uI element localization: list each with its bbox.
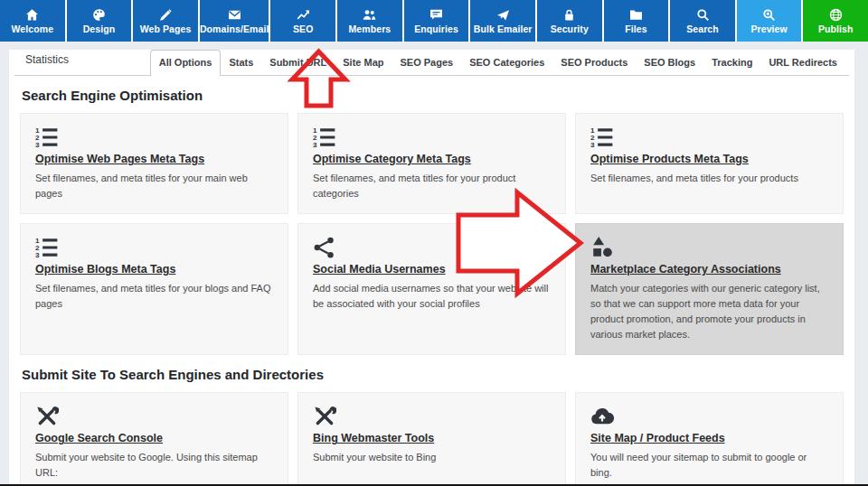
nav-publish[interactable]: Publish bbox=[803, 0, 868, 42]
nav-label: Bulk Emailer bbox=[474, 23, 533, 34]
nav-welcome[interactable]: Welcome bbox=[0, 0, 65, 42]
card-social-media-usernames[interactable]: Social Media Usernames Add social media … bbox=[297, 223, 566, 355]
card-link[interactable]: Site Map / Product Feeds bbox=[590, 432, 725, 444]
tab-tracking[interactable]: Tracking bbox=[703, 51, 760, 75]
nav-label: Design bbox=[83, 23, 116, 34]
card-optimise-web-pages[interactable]: 123 Optimise Web Pages Meta Tags Set fil… bbox=[20, 113, 288, 214]
svg-text:3: 3 bbox=[35, 251, 40, 259]
palette-icon bbox=[92, 8, 106, 22]
nav-label: SEO bbox=[293, 23, 313, 34]
card-optimise-products[interactable]: 123 Optimise Products Meta Tags Set file… bbox=[575, 113, 844, 214]
zoom-icon bbox=[762, 8, 776, 22]
nav-enquiries[interactable]: Enquiries bbox=[404, 0, 469, 42]
tab-all-options[interactable]: All Options bbox=[150, 50, 222, 76]
nav-security[interactable]: Security bbox=[537, 0, 602, 42]
seo-card-grid: 123 Optimise Web Pages Meta Tags Set fil… bbox=[14, 113, 849, 355]
card-description: Match your categories with our generic c… bbox=[590, 281, 828, 342]
envelope-icon bbox=[228, 8, 241, 22]
nav-members[interactable]: Members bbox=[337, 0, 402, 42]
tab-site-map[interactable]: Site Map bbox=[335, 51, 392, 75]
card-bing-webmaster-tools[interactable]: Bing Webmaster Tools Submit your website… bbox=[297, 392, 566, 486]
tabs: All Options Stats Submit URL Site Map SE… bbox=[150, 50, 845, 75]
card-optimise-blogs[interactable]: 123 Optimise Blogs Meta Tags Set filenam… bbox=[20, 223, 288, 355]
nav-label: Search bbox=[686, 23, 719, 34]
section-title-submit-site: Submit Site To Search Engines and Direct… bbox=[14, 367, 849, 382]
list-ol-icon: 123 bbox=[35, 236, 273, 259]
chat-icon bbox=[429, 8, 443, 22]
nav-bulk-emailer[interactable]: Bulk Emailer bbox=[470, 0, 535, 42]
card-description: Submit your website to Google. Using thi… bbox=[35, 450, 273, 486]
card-description: Add social media usernames so that your … bbox=[313, 281, 551, 312]
card-description: Set filenames, and meta titles for your … bbox=[35, 171, 273, 201]
svg-text:3: 3 bbox=[313, 141, 317, 149]
page-label-statistics: Statistics bbox=[18, 53, 69, 75]
nav-label: Welcome bbox=[12, 23, 54, 34]
card-description: Set filenames, and meta titles for your … bbox=[313, 171, 551, 201]
card-link[interactable]: Optimise Products Meta Tags bbox=[590, 153, 749, 165]
chart-line-icon bbox=[297, 8, 310, 22]
nav-label: Web Pages bbox=[140, 23, 192, 34]
nav-label: Enquiries bbox=[414, 23, 458, 34]
card-link[interactable]: Social Media Usernames bbox=[313, 263, 446, 276]
card-optimise-category[interactable]: 123 Optimise Category Meta Tags Set file… bbox=[297, 113, 566, 214]
card-link[interactable]: Optimise Web Pages Meta Tags bbox=[35, 153, 204, 165]
nav-label: Files bbox=[625, 23, 646, 34]
card-link[interactable]: Bing Webmaster Tools bbox=[313, 432, 434, 444]
card-link[interactable]: Google Search Console bbox=[35, 432, 163, 444]
tab-seo-pages[interactable]: SEO Pages bbox=[392, 51, 461, 75]
cloud-upload-icon bbox=[590, 405, 828, 428]
svg-text:3: 3 bbox=[35, 141, 40, 149]
users-icon bbox=[363, 8, 376, 22]
share-icon bbox=[313, 236, 551, 259]
tab-seo-blogs[interactable]: SEO Blogs bbox=[636, 51, 703, 75]
nav-design[interactable]: Design bbox=[67, 0, 132, 42]
card-description: Set filenames, and meta titles for your … bbox=[35, 281, 273, 312]
shapes-icon bbox=[590, 236, 828, 259]
list-ol-icon: 123 bbox=[313, 126, 551, 149]
nav-files[interactable]: Files bbox=[604, 0, 669, 42]
globe-icon bbox=[829, 8, 843, 22]
nav-search[interactable]: Search bbox=[670, 0, 735, 42]
nav-web-pages[interactable]: Web Pages bbox=[133, 0, 198, 42]
submit-card-grid: Google Search Console Submit your websit… bbox=[14, 392, 849, 486]
content-panel: Statistics All Options Stats Submit URL … bbox=[9, 50, 854, 486]
card-site-map-product-feeds[interactable]: Site Map / Product Feeds You will need y… bbox=[575, 392, 844, 486]
card-description: Set filenames, and meta titles for your … bbox=[590, 171, 828, 186]
card-description: Submit your website to Bing bbox=[313, 450, 551, 465]
lock-icon bbox=[562, 8, 576, 22]
tab-seo-categories[interactable]: SEO Categories bbox=[461, 51, 552, 75]
folder-icon bbox=[629, 8, 643, 22]
tab-bar: Statistics All Options Stats Submit URL … bbox=[14, 50, 849, 76]
svg-text:3: 3 bbox=[590, 141, 595, 149]
pencil-icon bbox=[159, 8, 173, 22]
nav-label: Publish bbox=[818, 23, 854, 34]
send-icon bbox=[496, 8, 510, 22]
tools-icon bbox=[313, 405, 551, 428]
home-icon bbox=[25, 8, 39, 22]
tab-submit-url[interactable]: Submit URL bbox=[261, 51, 335, 75]
nav-label: Security bbox=[551, 23, 589, 34]
tools-icon bbox=[35, 405, 273, 428]
card-description: You will need your sitemap to submit to … bbox=[590, 450, 828, 481]
nav-domains-email[interactable]: Domains/Email bbox=[200, 0, 269, 42]
nav-label: Preview bbox=[750, 23, 787, 34]
tab-stats[interactable]: Stats bbox=[221, 51, 261, 75]
tab-url-redirects[interactable]: URL Redirects bbox=[760, 51, 845, 75]
card-google-search-console[interactable]: Google Search Console Submit your websit… bbox=[20, 392, 288, 486]
list-ol-icon: 123 bbox=[35, 126, 273, 149]
card-link[interactable]: Marketplace Category Associations bbox=[590, 263, 781, 276]
card-link[interactable]: Optimise Blogs Meta Tags bbox=[35, 263, 175, 276]
card-link[interactable]: Optimise Category Meta Tags bbox=[313, 153, 471, 165]
top-navigation: Welcome Design Web Pages Domains/Email S… bbox=[0, 0, 868, 42]
nav-seo[interactable]: SEO bbox=[270, 0, 335, 42]
list-ol-icon: 123 bbox=[590, 126, 828, 149]
nav-preview[interactable]: Preview bbox=[737, 0, 802, 42]
tab-seo-products[interactable]: SEO Products bbox=[552, 51, 636, 75]
search-icon bbox=[696, 8, 710, 22]
nav-label: Members bbox=[348, 23, 391, 34]
section-title-seo: Search Engine Optimisation bbox=[14, 88, 849, 103]
card-marketplace-category-associations[interactable]: Marketplace Category Associations Match … bbox=[575, 223, 844, 355]
nav-label: Domains/Email bbox=[200, 23, 269, 34]
